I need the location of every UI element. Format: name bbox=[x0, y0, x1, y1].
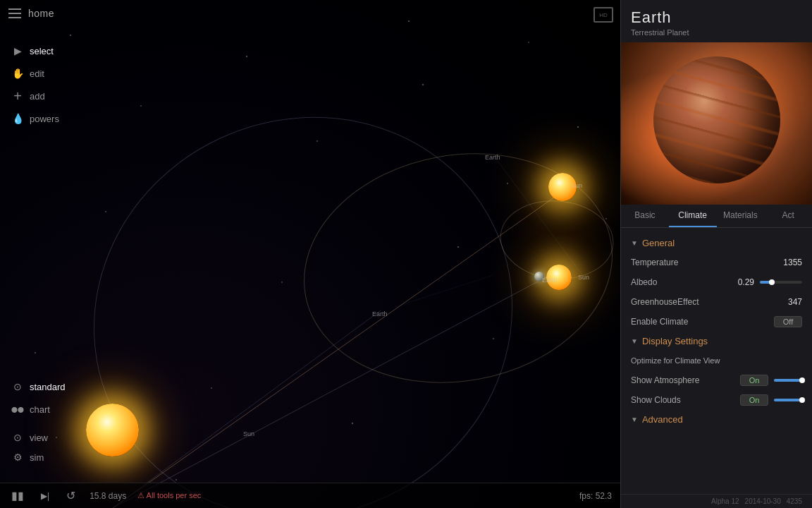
temperature-value[interactable]: 1355 bbox=[767, 258, 802, 267]
tool-add-label: add bbox=[30, 91, 45, 102]
optimize-climate-row: Optimize for Climate View bbox=[621, 351, 812, 370]
version-footer: Alpha 12 2014-10-30 4235 bbox=[621, 494, 812, 508]
clouds-slider[interactable] bbox=[774, 399, 802, 401]
tool-powers-label: powers bbox=[30, 114, 59, 124]
general-chevron: ▼ bbox=[631, 239, 638, 247]
display-settings-label: Display Settings bbox=[642, 336, 708, 346]
svg-line-5 bbox=[113, 310, 381, 508]
earth-body-1[interactable] bbox=[534, 272, 544, 282]
show-atmosphere-label: Show Atmosphere bbox=[631, 375, 740, 385]
standard-icon: ⊙ bbox=[11, 380, 24, 393]
tab-climate[interactable]: Climate bbox=[669, 205, 717, 227]
atmosphere-slider-fill bbox=[774, 379, 802, 382]
display-chevron: ▼ bbox=[631, 337, 638, 345]
advanced-label: Advanced bbox=[642, 414, 683, 425]
simulation-viewport[interactable]: HD Sun Sun Sun Earth Earth Earth home ▶ … bbox=[0, 0, 620, 508]
tool-chart-label: chart bbox=[30, 404, 50, 415]
clouds-slider-thumb bbox=[799, 397, 805, 403]
date-label: 2014-10-30 bbox=[745, 497, 781, 505]
general-label: General bbox=[642, 238, 675, 248]
select-icon: ▶ bbox=[11, 44, 24, 57]
tool-edit-label: edit bbox=[30, 68, 44, 79]
panel-content: ▼ General Temperature 1355 Albedo 0.29 G… bbox=[621, 228, 812, 494]
planet-sphere bbox=[653, 56, 780, 183]
albedo-label: Albedo bbox=[631, 277, 719, 287]
chart-icon: ⬤⬤ bbox=[11, 403, 24, 416]
build-label: 4235 bbox=[787, 497, 802, 505]
tool-standard[interactable]: ⊙ standard bbox=[6, 377, 79, 397]
tool-select[interactable]: ▶ select bbox=[6, 41, 79, 61]
advanced-chevron: ▼ bbox=[631, 416, 638, 423]
clouds-slider-fill bbox=[774, 399, 802, 401]
topbar: home bbox=[0, 0, 620, 27]
tabs: Basic Climate Materials Act bbox=[621, 205, 812, 228]
tool-chart[interactable]: ⬤⬤ chart bbox=[6, 399, 79, 419]
pause-icon: ▮▮ bbox=[11, 489, 24, 502]
sun-body-2[interactable] bbox=[546, 265, 572, 290]
step-button[interactable]: ▶| bbox=[38, 490, 52, 502]
time-display: 15.8 days bbox=[90, 491, 126, 501]
greenhouse-value[interactable]: 347 bbox=[767, 297, 802, 307]
albedo-slider[interactable] bbox=[760, 281, 802, 284]
planet-type: Terrestrial Planet bbox=[631, 28, 802, 37]
version-label: Alpha 12 bbox=[711, 497, 739, 505]
albedo-row: Albedo 0.29 bbox=[621, 272, 812, 292]
tool-add[interactable]: + add bbox=[6, 86, 79, 106]
general-section-header[interactable]: ▼ General bbox=[621, 234, 812, 253]
show-atmosphere-toggle[interactable]: On bbox=[740, 375, 768, 386]
add-icon: + bbox=[11, 90, 24, 102]
statusbar: ▮▮ ▶| ↺ 15.8 days ⚠ All tools per sec fp… bbox=[0, 483, 620, 508]
fps-display: fps: 52.3 bbox=[579, 491, 612, 501]
temperature-row: Temperature 1355 bbox=[621, 253, 812, 272]
tool-sim-label: sim bbox=[30, 452, 44, 463]
atmosphere-slider-thumb bbox=[799, 377, 805, 383]
svg-line-3 bbox=[113, 190, 564, 508]
right-panel: Earth Terrestrial Planet Basic Climate M… bbox=[620, 0, 812, 508]
tool-sim[interactable]: ⚙ sim bbox=[6, 447, 79, 467]
svg-line-7 bbox=[395, 275, 493, 307]
advanced-section-header[interactable]: ▼ Advanced bbox=[621, 410, 812, 429]
step-icon: ▶| bbox=[41, 491, 49, 501]
albedo-slider-thumb bbox=[769, 279, 775, 285]
tool-edit[interactable]: ✋ edit bbox=[6, 64, 79, 83]
greenhouse-row: GreenhouseEffect 347 bbox=[621, 292, 812, 312]
atmosphere-slider[interactable] bbox=[774, 379, 802, 382]
enable-climate-toggle[interactable]: Off bbox=[774, 316, 802, 327]
tab-act[interactable]: Act bbox=[764, 205, 812, 227]
display-settings-section-header[interactable]: ▼ Display Settings bbox=[621, 332, 812, 351]
svg-line-4 bbox=[113, 275, 550, 508]
temperature-label: Temperature bbox=[631, 258, 767, 267]
home-label[interactable]: home bbox=[28, 8, 54, 19]
tab-basic[interactable]: Basic bbox=[621, 205, 669, 227]
planet-name: Earth bbox=[631, 8, 802, 27]
edit-icon: ✋ bbox=[11, 67, 24, 80]
greenhouse-label: GreenhouseEffect bbox=[631, 297, 767, 307]
pause-button[interactable]: ▮▮ bbox=[8, 488, 27, 504]
warning-text: ⚠ All tools per sec bbox=[137, 491, 201, 500]
tab-materials[interactable]: Materials bbox=[717, 205, 765, 227]
tool-view-label: view bbox=[30, 433, 48, 443]
svg-line-6 bbox=[493, 155, 585, 279]
enable-climate-label: Enable Climate bbox=[631, 317, 774, 327]
view-icon: ⊙ bbox=[11, 431, 24, 444]
powers-icon: 💧 bbox=[11, 112, 24, 125]
menu-icon[interactable] bbox=[8, 8, 21, 18]
show-clouds-label: Show Clouds bbox=[631, 395, 740, 405]
sun-body-1[interactable] bbox=[548, 173, 577, 201]
show-atmosphere-row: Show Atmosphere On bbox=[621, 370, 812, 390]
show-clouds-toggle[interactable]: On bbox=[740, 394, 768, 406]
albedo-value[interactable]: 0.29 bbox=[719, 277, 754, 287]
tool-view[interactable]: ⊙ view bbox=[6, 428, 79, 447]
sun-body-3[interactable] bbox=[86, 404, 139, 456]
show-clouds-row: Show Clouds On bbox=[621, 390, 812, 410]
planet-image bbox=[621, 42, 812, 205]
planet-header: Earth Terrestrial Planet bbox=[621, 0, 812, 42]
toolbar: ▶ select ✋ edit + add 💧 powers bbox=[0, 35, 85, 134]
tool-powers[interactable]: 💧 powers bbox=[6, 109, 79, 128]
reset-icon: ↺ bbox=[66, 489, 75, 502]
optimize-climate-label: Optimize for Climate View bbox=[631, 356, 802, 365]
bottom-tools: ⊙ standard ⬤⬤ chart ⊙ view ⚙ sim bbox=[0, 371, 85, 473]
reset-button[interactable]: ↺ bbox=[63, 488, 78, 504]
tool-select-label: select bbox=[30, 46, 54, 56]
sim-icon: ⚙ bbox=[11, 451, 24, 464]
